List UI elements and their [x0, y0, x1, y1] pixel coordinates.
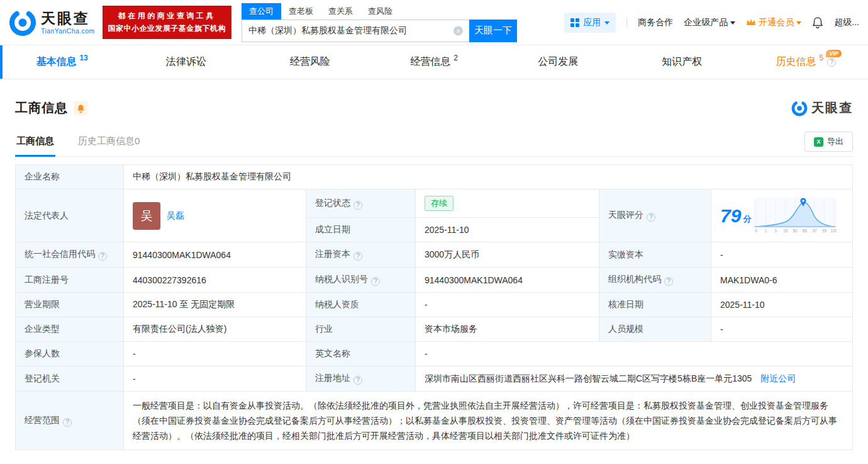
- credit-code-label: 统一社会信用代码: [16, 242, 124, 268]
- notifications-bell-icon[interactable]: [812, 16, 823, 28]
- export-label: 导出: [827, 136, 843, 147]
- paid-capital-label: 实缴资本: [599, 242, 711, 268]
- clear-search-icon[interactable]: [453, 26, 463, 35]
- search-button[interactable]: 天眼一下: [469, 20, 517, 42]
- tax-qualification-value: -: [416, 293, 599, 317]
- enterprise-products-menu[interactable]: 企业级产品: [684, 17, 735, 28]
- help-icon[interactable]: [353, 201, 362, 210]
- subtab-business-info[interactable]: 工商信息: [15, 135, 55, 157]
- help-icon[interactable]: [63, 418, 72, 427]
- insured-count-value: -: [124, 342, 306, 366]
- tax-id-value: 91440300MAK1DWA064: [416, 268, 599, 293]
- tianyancha-logo[interactable]: 天眼查 TianYanCha.com: [9, 9, 95, 37]
- tab-count: 13: [79, 54, 87, 62]
- svg-text:99: 99: [822, 229, 827, 233]
- svg-text:85: 85: [803, 229, 808, 233]
- tab-legal-proceedings[interactable]: 法律诉讼: [124, 45, 248, 79]
- tab-count: 5: [820, 54, 824, 62]
- vip-badge: VIP: [826, 50, 842, 57]
- establish-date-value: 2025-11-10: [416, 218, 599, 242]
- business-scope-label: 经营范围: [16, 392, 124, 450]
- table-row: 参保人数 - 英文名称 -: [16, 342, 853, 366]
- approval-date-value: 2025-11-10: [711, 293, 853, 317]
- main-content: 工商信息 天眼查 工商信息 历史工商信息0 导出: [0, 99, 868, 450]
- registered-address: 深圳市南山区西丽街道西丽社区兴科一路创智云城二期C区写字楼5栋B座一单元1305: [425, 373, 752, 383]
- legal-rep-link[interactable]: 吴磊: [167, 210, 184, 222]
- tab-company-development[interactable]: 公司发展: [496, 45, 620, 79]
- help-icon[interactable]: [353, 376, 362, 385]
- table-row: 企业类型 有限责任公司(法人独资) 行业 资本市场服务 人员规模 -: [16, 317, 853, 342]
- tab-operating-info[interactable]: 经营信息 2: [372, 45, 496, 79]
- search-tabs: 查公司 查老板 查关系 查风险: [242, 3, 517, 20]
- help-icon[interactable]: [647, 213, 655, 222]
- membership-label: 开通会员: [759, 17, 794, 28]
- membership-menu[interactable]: 开通会员: [746, 17, 801, 28]
- business-info-subtabs: 工商信息 历史工商信息0 导出: [15, 132, 853, 157]
- user-menu[interactable]: 超级...: [834, 17, 859, 28]
- svg-text:0: 0: [755, 229, 758, 233]
- search-box: 天眼一下: [242, 20, 517, 42]
- tab-operating-risk[interactable]: 经营风险: [248, 45, 372, 79]
- bell-icon: [812, 16, 823, 28]
- subtab-history-business-info[interactable]: 历史工商信息0: [77, 135, 141, 157]
- tab-label: 公司发展: [538, 55, 578, 69]
- enterprise-products-label: 企业级产品: [684, 17, 728, 28]
- svg-text:1: 1: [765, 229, 767, 233]
- reg-authority-value: -: [124, 366, 306, 392]
- reg-capital-label: 注册资本: [306, 242, 416, 268]
- monitor-bell-icon[interactable]: [74, 101, 87, 115]
- score-unit: 分: [743, 213, 751, 225]
- score-distribution-chart: 0 1 3 15 50 85 97 99 100: [754, 198, 837, 234]
- reg-status-label: 登记状态: [306, 190, 416, 218]
- score-cell[interactable]: 79 分: [711, 190, 853, 242]
- score-value: 79: [720, 205, 741, 227]
- business-cooperation-link[interactable]: 商务合作: [638, 17, 673, 28]
- chevron-down-icon: [796, 21, 801, 27]
- legal-rep-avatar[interactable]: 吴: [133, 202, 160, 230]
- logo-domain: TianYanCha.com: [41, 27, 95, 35]
- search-input[interactable]: [242, 20, 469, 42]
- tab-count: 2: [453, 54, 458, 62]
- tab-label: 法律诉讼: [166, 55, 206, 69]
- table-row: 营业期限 2025-11-10 至 无固定期限 纳税人资质 - 核准日期 202…: [16, 293, 853, 317]
- help-icon[interactable]: [371, 277, 380, 286]
- export-button[interactable]: 导出: [804, 132, 853, 152]
- nearby-companies-link[interactable]: 附近公司: [760, 373, 796, 383]
- help-icon[interactable]: [98, 252, 107, 261]
- legal-rep-value: 吴 吴磊: [124, 190, 306, 242]
- table-row: 企业名称 中稀（深圳）私募股权基金管理有限公司: [16, 165, 853, 190]
- insured-count-label: 参保人数: [16, 342, 124, 366]
- tab-intellectual-property[interactable]: 知识产权: [620, 45, 744, 79]
- tab-label: 知识产权: [662, 55, 702, 69]
- tab-history-info[interactable]: 历史信息 5 VIP: [744, 45, 868, 79]
- paid-capital-value: -: [711, 242, 853, 268]
- svg-text:100: 100: [831, 229, 837, 233]
- company-type-label: 企业类型: [16, 317, 124, 342]
- table-row: 统一社会信用代码 91440300MAK1DWA064 注册资本 3000万人民…: [16, 242, 853, 268]
- tab-label: 历史信息: [776, 55, 816, 69]
- help-icon[interactable]: [664, 277, 673, 286]
- english-name-label: 英文名称: [306, 342, 416, 366]
- table-row: 经营范围 一般经营项目是：以自有资金从事投资活动。（除依法须经批准的项目外，凭营…: [16, 392, 853, 450]
- tab-label: 经营风险: [290, 55, 330, 69]
- company-name-value: 中稀（深圳）私募股权基金管理有限公司: [124, 165, 853, 190]
- search-area: 查公司 查老板 查关系 查风险 天眼一下: [242, 3, 517, 42]
- reg-authority-label: 登记机关: [16, 366, 124, 392]
- search-tab-relation[interactable]: 查关系: [321, 3, 360, 20]
- top-nav: 应用 商务合作 企业级产品 开通会员 超级...: [564, 13, 859, 33]
- search-tab-risk[interactable]: 查风险: [360, 3, 400, 20]
- table-row: 登记机关 - 注册地址 深圳市南山区西丽街道西丽社区兴科一路创智云城二期C区写字…: [16, 366, 853, 392]
- org-code-label: 组织机构代码: [599, 268, 711, 293]
- chevron-down-icon: [604, 21, 609, 27]
- english-name-value: -: [416, 342, 853, 366]
- help-icon[interactable]: [827, 58, 836, 67]
- tab-basic-info[interactable]: 基本信息 13: [0, 45, 124, 79]
- apps-menu[interactable]: 应用: [564, 13, 616, 33]
- company-type-value: 有限责任公司(法人独资): [124, 317, 306, 342]
- search-tab-boss[interactable]: 查老板: [281, 3, 321, 20]
- search-tab-company[interactable]: 查公司: [242, 3, 281, 20]
- business-scope-value: 一般经营项目是：以自有资金从事投资活动。（除依法须经批准的项目外，凭营业执照依法…: [124, 392, 853, 450]
- reg-capital-value: 3000万人民币: [416, 242, 599, 268]
- table-row: 法定代表人 吴 吴磊 登记状态 存续 天眼评分 79 分: [16, 190, 853, 218]
- help-icon[interactable]: [353, 252, 362, 261]
